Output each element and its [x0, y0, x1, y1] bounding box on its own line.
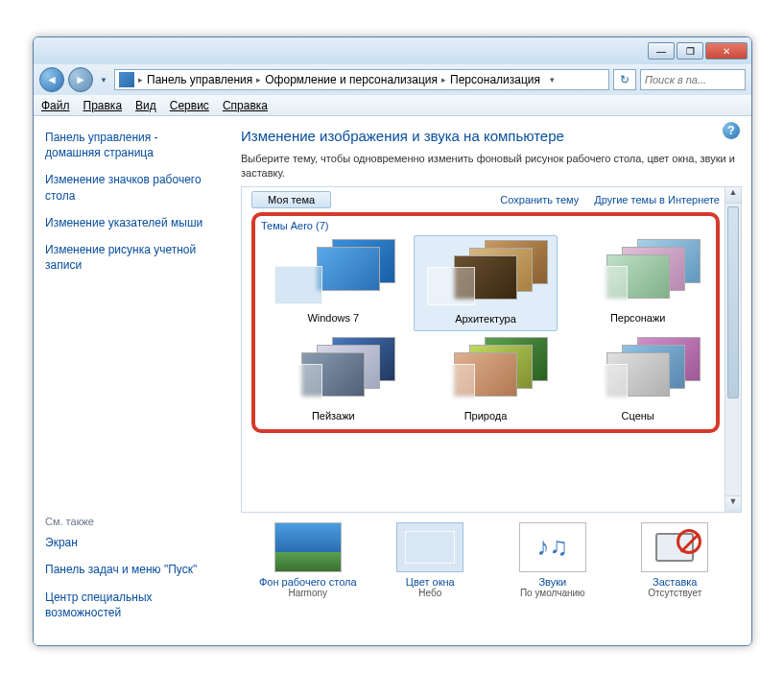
close-button[interactable]: ✕	[705, 42, 748, 60]
forward-button[interactable]: ►	[68, 67, 93, 92]
sounds-button[interactable]: ♪♫ЗвукиПо умолчанию	[500, 522, 606, 598]
screensaver-button[interactable]: ЗаставкаОтсутствует	[622, 522, 727, 598]
window-color-label: Цвет окна	[377, 576, 483, 588]
sounds-label: Звуки	[500, 576, 606, 588]
minimize-button[interactable]: —	[648, 42, 675, 60]
theme-label: Персонажи	[565, 312, 710, 324]
theme-thumbnail	[423, 337, 548, 406]
settings-row: Фон рабочего столаHarmonyЦвет окнаНебо♪♫…	[241, 522, 742, 598]
search-input[interactable]	[645, 74, 741, 85]
screensaver-label: Заставка	[622, 576, 727, 588]
menu-tools[interactable]: Сервис	[170, 99, 209, 112]
theme-item[interactable]: Персонажи	[565, 235, 710, 331]
sidebar-desktop-icons-link[interactable]: Изменение значков рабочего стола	[45, 172, 214, 203]
menu-bar: Файл Правка Вид Сервис Справка	[34, 95, 751, 116]
sidebar-home-link[interactable]: Панель управления - домашняя страница	[45, 130, 214, 160]
desktop-background-label: Фон рабочего стола	[255, 576, 361, 588]
sounds-icon: ♪♫	[519, 522, 586, 572]
scrollbar[interactable]: ▲ ▼	[725, 187, 741, 512]
theme-item[interactable]: Windows 7	[261, 235, 406, 331]
back-button[interactable]: ◄	[39, 67, 64, 92]
scroll-down-button[interactable]: ▼	[725, 495, 741, 512]
theme-item[interactable]: Пейзажи	[261, 333, 406, 427]
content-pane: ? Изменение изображения и звука на компь…	[226, 116, 751, 645]
maximize-button[interactable]: ❐	[677, 42, 703, 60]
sidebar-account-picture-link[interactable]: Изменение рисунка учетной записи	[45, 242, 214, 273]
window-color-value: Небо	[377, 588, 483, 598]
window-body: Панель управления - домашняя страница Из…	[34, 116, 751, 645]
nav-history-dropdown[interactable]: ▼	[97, 70, 110, 89]
themes-online-link[interactable]: Другие темы в Интернете	[594, 194, 720, 205]
menu-view[interactable]: Вид	[135, 99, 156, 112]
menu-file[interactable]: Файл	[41, 99, 70, 112]
window-color-icon	[396, 522, 463, 572]
my-themes-row: Моя тема Сохранить тему Другие темы в Ин…	[251, 191, 720, 208]
screensaver-value: Отсутствует	[622, 588, 727, 598]
address-dropdown[interactable]: ▾	[544, 75, 559, 84]
sidebar-mouse-pointers-link[interactable]: Изменение указателей мыши	[45, 215, 214, 230]
theme-item[interactable]: Сцены	[565, 333, 710, 427]
window-color-button[interactable]: Цвет окнаНебо	[377, 522, 483, 598]
breadcrumb-appearance[interactable]: Оформление и персонализация	[265, 73, 438, 86]
personalization-window: — ❐ ✕ ◄ ► ▼ ▸ Панель управления ▸ Оформл…	[33, 36, 752, 646]
navigation-bar: ◄ ► ▼ ▸ Панель управления ▸ Оформление и…	[34, 64, 751, 95]
sounds-value: По умолчанию	[500, 588, 606, 598]
theme-label: Архитектура	[415, 313, 558, 325]
theme-thumbnail	[423, 240, 548, 309]
theme-label: Пейзажи	[261, 410, 406, 422]
breadcrumb-personalization[interactable]: Персонализация	[450, 73, 540, 86]
search-box[interactable]	[640, 69, 746, 90]
aero-themes-highlight: Темы Aero (7) Windows 7АрхитектураПерсон…	[251, 212, 720, 433]
address-bar[interactable]: ▸ Панель управления ▸ Оформление и персо…	[114, 69, 609, 90]
chevron-right-icon: ▸	[441, 75, 446, 84]
sidebar: Панель управления - домашняя страница Из…	[34, 116, 226, 645]
sidebar-taskbar-link[interactable]: Панель задач и меню "Пуск"	[45, 562, 214, 577]
desktop-background-button[interactable]: Фон рабочего столаHarmony	[255, 522, 361, 598]
scroll-up-button[interactable]: ▲	[725, 187, 741, 204]
aero-group-label: Темы Aero (7)	[261, 220, 710, 231]
save-theme-link[interactable]: Сохранить тему	[500, 194, 579, 205]
breadcrumb-control-panel[interactable]: Панель управления	[147, 73, 252, 86]
theme-item[interactable]: Природа	[414, 333, 558, 427]
theme-label: Сцены	[565, 410, 710, 422]
theme-thumbnail	[576, 239, 701, 308]
scroll-thumb[interactable]	[727, 206, 739, 398]
themes-panel: ▲ ▼ Моя тема Сохранить тему Другие темы …	[241, 186, 742, 513]
screensaver-icon	[641, 522, 708, 572]
menu-edit[interactable]: Правка	[83, 99, 123, 112]
control-panel-icon	[119, 72, 134, 87]
chevron-right-icon: ▸	[138, 75, 143, 84]
titlebar: — ❐ ✕	[34, 37, 751, 64]
help-icon[interactable]: ?	[723, 122, 740, 139]
theme-thumbnail	[271, 239, 395, 308]
desktop-background-icon	[274, 522, 342, 572]
theme-label: Природа	[414, 410, 558, 422]
theme-thumbnail	[576, 337, 701, 406]
theme-item[interactable]: Архитектура	[414, 235, 558, 331]
sidebar-ease-of-access-link[interactable]: Центр специальных возможностей	[45, 590, 214, 620]
menu-help[interactable]: Справка	[223, 99, 268, 112]
sidebar-display-link[interactable]: Экран	[45, 535, 214, 550]
theme-label: Windows 7	[261, 312, 406, 324]
chevron-right-icon: ▸	[256, 75, 261, 84]
refresh-button[interactable]: ↻	[613, 69, 636, 90]
my-theme-button[interactable]: Моя тема	[251, 191, 331, 208]
themes-grid: Windows 7АрхитектураПерсонажиПейзажиПрир…	[261, 235, 710, 427]
page-title: Изменение изображения и звука на компьют…	[241, 128, 742, 144]
theme-thumbnail	[271, 337, 395, 406]
desktop-background-value: Harmony	[255, 588, 361, 598]
see-also-heading: См. также	[45, 516, 214, 527]
page-description: Выберите тему, чтобы одновременно измени…	[241, 152, 742, 181]
